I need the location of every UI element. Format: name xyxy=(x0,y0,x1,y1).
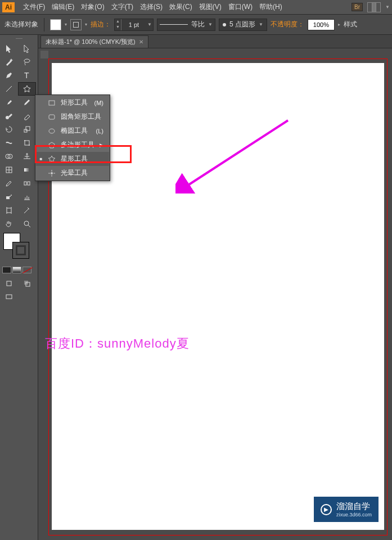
shape-tool-flyout: 矩形工具 (M) 圆角矩形工具 椭圆工具 (L) 多边形工具 ▶ ■ 星形工具 … xyxy=(35,94,110,181)
gradient-tool[interactable] xyxy=(18,163,36,177)
ruler-origin[interactable] xyxy=(40,51,48,58)
rotate-tool[interactable] xyxy=(0,123,18,136)
fill-swatch[interactable] xyxy=(50,19,61,30)
blend-tool[interactable] xyxy=(18,177,36,190)
flyout-item-label: 光晕工具 xyxy=(61,168,88,178)
chevron-down-icon[interactable]: ▼ xyxy=(146,22,153,27)
svg-rect-27 xyxy=(49,115,55,119)
stepper-up-icon[interactable]: ▲ xyxy=(115,19,121,25)
stroke-color-swatch[interactable] xyxy=(12,242,29,259)
zoom-tool[interactable] xyxy=(18,217,36,231)
menu-window[interactable]: 窗口(W) xyxy=(226,1,255,14)
menu-effect[interactable]: 效果(C) xyxy=(166,1,195,14)
panel-handle[interactable] xyxy=(0,35,38,42)
mesh-tool[interactable] xyxy=(0,163,18,177)
chevron-down-icon[interactable]: ▼ xyxy=(208,22,213,27)
flyout-ellipse-tool[interactable]: 椭圆工具 (L) xyxy=(36,124,109,138)
app-logo: Ai xyxy=(2,2,15,12)
artboard-tool[interactable] xyxy=(0,204,18,217)
shape-builder-tool[interactable] xyxy=(0,150,18,163)
flyout-star-tool[interactable]: ■ 星形工具 xyxy=(36,152,109,166)
chevron-down-icon[interactable]: ▾ xyxy=(65,22,67,27)
workspace-layout-icon[interactable] xyxy=(367,2,381,12)
menu-view[interactable]: 视图(V) xyxy=(196,1,224,14)
scale-tool[interactable] xyxy=(18,123,36,136)
perspective-grid-tool[interactable] xyxy=(18,150,36,163)
submenu-arrow-icon: ▶ xyxy=(100,142,103,148)
main-menu: 文件(F) 编辑(E) 对象(O) 文字(T) 选择(S) 效果(C) 视图(V… xyxy=(20,1,285,14)
opacity-field[interactable] xyxy=(308,19,335,30)
type-tool[interactable]: T xyxy=(18,69,36,82)
blob-brush-tool[interactable] xyxy=(0,109,18,123)
width-tool[interactable] xyxy=(0,136,18,150)
line-tool[interactable] xyxy=(0,82,18,96)
stepper-down-icon[interactable]: ▼ xyxy=(115,25,121,30)
bullet-icon xyxy=(223,23,226,26)
selection-status: 未选择对象 xyxy=(4,20,38,29)
symbol-sprayer-tool[interactable] xyxy=(0,190,18,204)
eraser-tool[interactable] xyxy=(18,109,36,123)
flyout-item-label: 矩形工具 xyxy=(61,98,88,107)
menu-type[interactable]: 文字(T) xyxy=(109,1,136,14)
selection-tool[interactable] xyxy=(0,42,18,55)
svg-rect-5 xyxy=(26,127,30,130)
color-mode-none[interactable] xyxy=(22,267,31,273)
lasso-tool[interactable] xyxy=(18,55,36,69)
close-icon[interactable]: ✕ xyxy=(139,39,143,45)
stroke-weight-input[interactable]: ▲▼ ▼ xyxy=(114,19,154,31)
opacity-label[interactable]: 不透明度： xyxy=(271,20,304,29)
hand-tool[interactable] xyxy=(0,217,18,231)
color-mode-gradient[interactable] xyxy=(12,267,21,273)
brush-profile-select[interactable]: 5 点圆形 ▼ xyxy=(219,19,267,31)
menu-edit[interactable]: 编辑(E) xyxy=(49,1,77,14)
flyout-rounded-rectangle-tool[interactable]: 圆角矩形工具 xyxy=(36,110,109,124)
svg-rect-26 xyxy=(49,101,55,105)
menu-select[interactable]: 选择(S) xyxy=(137,1,165,14)
color-mode-solid[interactable] xyxy=(2,267,11,273)
stroke-style-select[interactable]: 等比 ▼ xyxy=(157,19,215,31)
stroke-swatch[interactable] xyxy=(70,19,82,30)
eyedropper-tool[interactable] xyxy=(0,177,18,190)
graph-tool[interactable] xyxy=(18,190,36,204)
paintbrush-tool[interactable] xyxy=(0,96,18,109)
flyout-item-label: 椭圆工具 xyxy=(61,126,88,136)
flyout-polygon-tool[interactable]: 多边形工具 ▶ xyxy=(36,138,109,152)
flyout-rectangle-tool[interactable]: 矩形工具 (M) xyxy=(36,96,109,110)
polygon-icon xyxy=(47,141,56,149)
color-picker[interactable] xyxy=(0,231,38,266)
tool-panel: T xyxy=(0,35,38,540)
menu-object[interactable]: 对象(O) xyxy=(78,1,107,14)
screen-mode-icon[interactable] xyxy=(0,290,18,304)
magic-wand-tool[interactable] xyxy=(0,55,18,69)
free-transform-tool[interactable] xyxy=(18,136,36,150)
pen-tool[interactable] xyxy=(0,69,18,82)
active-indicator-icon: ■ xyxy=(39,156,43,161)
svg-point-8 xyxy=(29,145,30,146)
menu-help[interactable]: 帮助(H) xyxy=(256,1,285,14)
shape-tool[interactable] xyxy=(18,82,36,96)
draw-behind-icon[interactable] xyxy=(18,277,36,290)
chevron-down-icon[interactable]: ▼ xyxy=(385,4,390,10)
slice-tool[interactable] xyxy=(18,204,36,217)
stroke-weight-field[interactable] xyxy=(121,19,146,30)
flyout-item-label: 星形工具 xyxy=(61,154,88,164)
flyout-flare-tool[interactable]: 光晕工具 xyxy=(36,166,109,180)
chevron-down-icon[interactable]: ▾ xyxy=(85,22,87,27)
pencil-tool[interactable] xyxy=(18,96,36,109)
chevron-down-icon[interactable]: ▸ xyxy=(338,22,340,27)
direct-selection-tool[interactable] xyxy=(18,42,36,55)
rectangle-icon xyxy=(47,99,56,107)
style-label[interactable]: 样式 xyxy=(344,20,357,29)
star-icon xyxy=(47,155,56,163)
svg-rect-6 xyxy=(25,141,29,145)
svg-rect-24 xyxy=(6,295,12,299)
bridge-button[interactable]: Br xyxy=(352,3,363,11)
chevron-down-icon[interactable]: ▼ xyxy=(259,22,263,27)
document-tab[interactable]: 未标题-1* @ 100% (CMYK/预览) ✕ xyxy=(40,35,148,48)
watermark-text: 百度ID：sunnyMelody夏 xyxy=(45,335,190,352)
brand-url: zixue.3d66.com xyxy=(336,512,372,518)
menu-file[interactable]: 文件(F) xyxy=(20,1,48,14)
stroke-label[interactable]: 描边： xyxy=(91,20,111,29)
brand-text: 溜溜自学 xyxy=(336,501,370,511)
draw-normal-icon[interactable] xyxy=(0,277,18,290)
